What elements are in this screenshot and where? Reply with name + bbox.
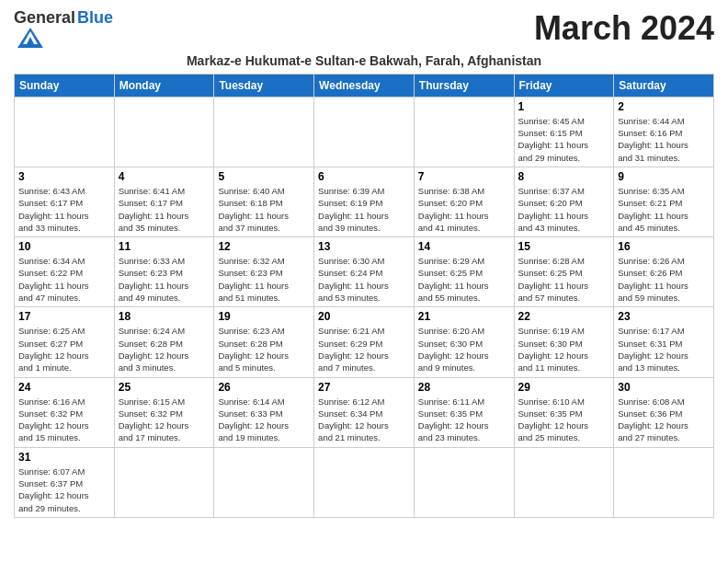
day-number: 11 xyxy=(119,240,210,253)
day-number: 25 xyxy=(119,381,210,394)
day-number: 8 xyxy=(518,170,610,183)
day-number: 20 xyxy=(318,310,410,323)
day-info: Sunrise: 6:19 AM Sunset: 6:30 PM Dayligh… xyxy=(518,325,610,373)
calendar-cell: 4Sunrise: 6:41 AM Sunset: 6:17 PM Daylig… xyxy=(114,167,214,236)
calendar-cell: 30Sunrise: 6:08 AM Sunset: 6:36 PM Dayli… xyxy=(614,377,714,447)
day-info: Sunrise: 6:12 AM Sunset: 6:34 PM Dayligh… xyxy=(318,396,410,444)
day-info: Sunrise: 6:16 AM Sunset: 6:32 PM Dayligh… xyxy=(18,396,110,444)
calendar-cell: 28Sunrise: 6:11 AM Sunset: 6:35 PM Dayli… xyxy=(414,377,514,447)
day-number: 30 xyxy=(618,381,710,394)
day-info: Sunrise: 6:20 AM Sunset: 6:30 PM Dayligh… xyxy=(418,325,510,373)
day-info: Sunrise: 6:14 AM Sunset: 6:33 PM Dayligh… xyxy=(218,396,310,444)
day-number: 17 xyxy=(18,310,110,323)
day-number: 19 xyxy=(218,310,310,323)
logo-blue-text: Blue xyxy=(77,9,113,28)
day-info: Sunrise: 6:32 AM Sunset: 6:23 PM Dayligh… xyxy=(218,255,310,304)
day-info: Sunrise: 6:41 AM Sunset: 6:17 PM Dayligh… xyxy=(119,185,210,234)
day-info: Sunrise: 6:34 AM Sunset: 6:22 PM Dayligh… xyxy=(18,255,110,304)
calendar-cell: 17Sunrise: 6:25 AM Sunset: 6:27 PM Dayli… xyxy=(15,307,115,377)
day-info: Sunrise: 6:40 AM Sunset: 6:18 PM Dayligh… xyxy=(218,185,310,234)
calendar-cell: 6Sunrise: 6:39 AM Sunset: 6:19 PM Daylig… xyxy=(314,167,415,236)
logo-icon xyxy=(14,26,47,50)
month-title: March 2024 xyxy=(534,9,714,48)
calendar-cell: 10Sunrise: 6:34 AM Sunset: 6:22 PM Dayli… xyxy=(15,237,115,307)
calendar-cell: 19Sunrise: 6:23 AM Sunset: 6:28 PM Dayli… xyxy=(214,307,314,377)
week-row-4: 17Sunrise: 6:25 AM Sunset: 6:27 PM Dayli… xyxy=(15,307,714,377)
calendar-cell: 23Sunrise: 6:17 AM Sunset: 6:31 PM Dayli… xyxy=(614,307,714,377)
calendar-cell: 1Sunrise: 6:45 AM Sunset: 6:15 PM Daylig… xyxy=(514,97,614,167)
subtitle: Markaz-e Hukumat-e Sultan-e Bakwah, Fara… xyxy=(14,53,714,68)
calendar-cell: 21Sunrise: 6:20 AM Sunset: 6:30 PM Dayli… xyxy=(414,307,514,377)
calendar-cell xyxy=(114,447,214,517)
calendar-cell xyxy=(214,447,314,517)
day-info: Sunrise: 6:21 AM Sunset: 6:29 PM Dayligh… xyxy=(318,325,410,373)
day-number: 23 xyxy=(618,310,710,323)
weekday-header-saturday: Saturday xyxy=(614,74,714,97)
calendar-cell: 8Sunrise: 6:37 AM Sunset: 6:20 PM Daylig… xyxy=(514,167,614,236)
logo: General Blue xyxy=(14,9,113,50)
calendar-cell: 15Sunrise: 6:28 AM Sunset: 6:25 PM Dayli… xyxy=(514,237,614,307)
day-info: Sunrise: 6:44 AM Sunset: 6:16 PM Dayligh… xyxy=(618,115,710,164)
calendar-cell xyxy=(614,447,714,517)
header: General Blue March 2024 xyxy=(14,9,714,50)
day-number: 2 xyxy=(618,100,710,113)
calendar-table: SundayMondayTuesdayWednesdayThursdayFrid… xyxy=(14,74,714,518)
calendar-cell: 18Sunrise: 6:24 AM Sunset: 6:28 PM Dayli… xyxy=(114,307,214,377)
day-number: 21 xyxy=(418,310,510,323)
day-info: Sunrise: 6:33 AM Sunset: 6:23 PM Dayligh… xyxy=(119,255,210,304)
day-number: 10 xyxy=(18,240,110,253)
week-row-6: 31Sunrise: 6:07 AM Sunset: 6:37 PM Dayli… xyxy=(15,447,714,517)
calendar-cell: 31Sunrise: 6:07 AM Sunset: 6:37 PM Dayli… xyxy=(15,447,115,517)
day-number: 9 xyxy=(618,170,710,183)
day-info: Sunrise: 6:07 AM Sunset: 6:37 PM Dayligh… xyxy=(18,465,110,514)
calendar-cell: 12Sunrise: 6:32 AM Sunset: 6:23 PM Dayli… xyxy=(214,237,314,307)
day-info: Sunrise: 6:45 AM Sunset: 6:15 PM Dayligh… xyxy=(518,115,610,164)
day-number: 22 xyxy=(518,310,610,323)
calendar-cell: 11Sunrise: 6:33 AM Sunset: 6:23 PM Dayli… xyxy=(114,237,214,307)
day-info: Sunrise: 6:17 AM Sunset: 6:31 PM Dayligh… xyxy=(618,325,710,373)
calendar-cell: 16Sunrise: 6:26 AM Sunset: 6:26 PM Dayli… xyxy=(614,237,714,307)
weekday-header-sunday: Sunday xyxy=(15,74,115,97)
day-info: Sunrise: 6:29 AM Sunset: 6:25 PM Dayligh… xyxy=(418,255,510,304)
weekday-header-friday: Friday xyxy=(514,74,614,97)
day-number: 18 xyxy=(119,310,210,323)
day-number: 5 xyxy=(218,170,310,183)
day-number: 28 xyxy=(418,381,510,394)
calendar-cell: 26Sunrise: 6:14 AM Sunset: 6:33 PM Dayli… xyxy=(214,377,314,447)
day-info: Sunrise: 6:39 AM Sunset: 6:19 PM Dayligh… xyxy=(318,185,410,234)
day-info: Sunrise: 6:15 AM Sunset: 6:32 PM Dayligh… xyxy=(119,396,210,444)
day-info: Sunrise: 6:08 AM Sunset: 6:36 PM Dayligh… xyxy=(618,396,710,444)
calendar-cell: 20Sunrise: 6:21 AM Sunset: 6:29 PM Dayli… xyxy=(314,307,415,377)
day-info: Sunrise: 6:43 AM Sunset: 6:17 PM Dayligh… xyxy=(18,185,110,234)
day-number: 15 xyxy=(518,240,610,253)
weekday-header-wednesday: Wednesday xyxy=(314,74,415,97)
calendar-cell: 25Sunrise: 6:15 AM Sunset: 6:32 PM Dayli… xyxy=(114,377,214,447)
day-number: 26 xyxy=(218,381,310,394)
day-info: Sunrise: 6:35 AM Sunset: 6:21 PM Dayligh… xyxy=(618,185,710,234)
calendar-cell xyxy=(214,97,314,167)
week-row-5: 24Sunrise: 6:16 AM Sunset: 6:32 PM Dayli… xyxy=(15,377,714,447)
day-info: Sunrise: 6:37 AM Sunset: 6:20 PM Dayligh… xyxy=(518,185,610,234)
calendar-cell: 22Sunrise: 6:19 AM Sunset: 6:30 PM Dayli… xyxy=(514,307,614,377)
week-row-1: 1Sunrise: 6:45 AM Sunset: 6:15 PM Daylig… xyxy=(15,97,714,167)
day-info: Sunrise: 6:10 AM Sunset: 6:35 PM Dayligh… xyxy=(518,396,610,444)
calendar-cell: 2Sunrise: 6:44 AM Sunset: 6:16 PM Daylig… xyxy=(614,97,714,167)
day-info: Sunrise: 6:26 AM Sunset: 6:26 PM Dayligh… xyxy=(618,255,710,304)
day-number: 7 xyxy=(418,170,510,183)
day-number: 24 xyxy=(18,381,110,394)
week-row-3: 10Sunrise: 6:34 AM Sunset: 6:22 PM Dayli… xyxy=(15,237,714,307)
calendar-cell xyxy=(314,97,415,167)
day-info: Sunrise: 6:38 AM Sunset: 6:20 PM Dayligh… xyxy=(418,185,510,234)
day-number: 12 xyxy=(218,240,310,253)
weekday-header-tuesday: Tuesday xyxy=(214,74,314,97)
day-info: Sunrise: 6:25 AM Sunset: 6:27 PM Dayligh… xyxy=(18,325,110,373)
week-row-2: 3Sunrise: 6:43 AM Sunset: 6:17 PM Daylig… xyxy=(15,167,714,236)
day-number: 14 xyxy=(418,240,510,253)
calendar-cell xyxy=(314,447,415,517)
day-number: 16 xyxy=(618,240,710,253)
weekday-header-monday: Monday xyxy=(114,74,214,97)
calendar-cell xyxy=(15,97,115,167)
calendar-cell: 14Sunrise: 6:29 AM Sunset: 6:25 PM Dayli… xyxy=(414,237,514,307)
calendar-cell xyxy=(114,97,214,167)
calendar-cell xyxy=(414,447,514,517)
